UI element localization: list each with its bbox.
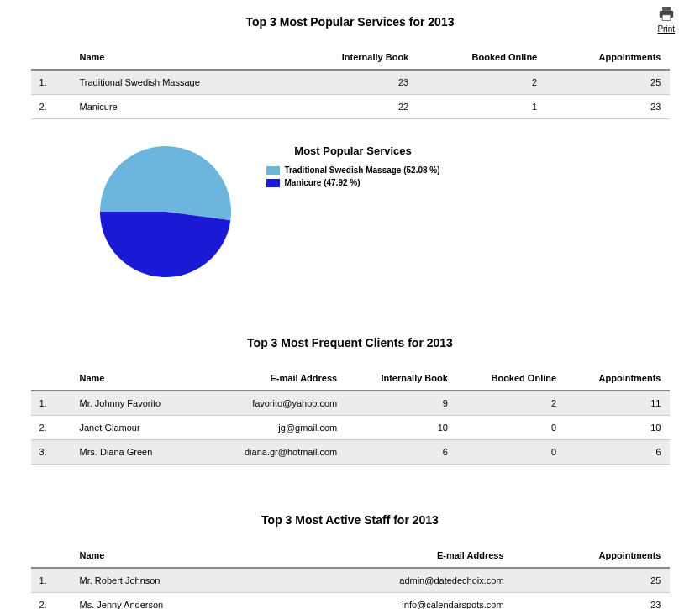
svg-rect-2 bbox=[662, 15, 671, 21]
col-online: Booked Online bbox=[456, 366, 565, 391]
col-internal: Internally Book bbox=[286, 45, 417, 70]
table-row: 1. Mr. Robert Johnson admin@datedechoix.… bbox=[31, 568, 670, 593]
print-label: Print bbox=[657, 24, 675, 34]
table-row: 1. Mr. Johnny Favorito favorito@yahoo.co… bbox=[31, 391, 670, 416]
svg-point-3 bbox=[671, 13, 672, 14]
col-internal: Internally Book bbox=[345, 366, 456, 391]
print-button[interactable]: Print bbox=[657, 7, 675, 35]
legend-swatch bbox=[266, 179, 280, 187]
table-row: 2. Ms. Jenny Anderson info@calendarspots… bbox=[31, 593, 670, 610]
services-title: Top 3 Most Popular Services for 2013 bbox=[0, 15, 700, 29]
legend-swatch bbox=[266, 166, 280, 175]
table-row: 3. Mrs. Diana Green diana.gr@hotmail.com… bbox=[31, 440, 670, 465]
col-online: Booked Online bbox=[417, 45, 545, 70]
col-name: Name bbox=[71, 543, 271, 568]
legend-item: Manicure (47.92 %) bbox=[266, 178, 440, 187]
printer-icon bbox=[658, 7, 675, 22]
services-table: Name Internally Book Booked Online Appoi… bbox=[31, 45, 670, 119]
col-name: Name bbox=[71, 366, 201, 391]
table-row: 2. Janet Glamour jg@gmail.com 10 0 10 bbox=[31, 416, 670, 440]
clients-title: Top 3 Most Frequent Clients for 2013 bbox=[0, 336, 700, 349]
table-row: 1. Traditional Swedish Massage 23 2 25 bbox=[31, 70, 670, 95]
legend-label: Manicure (47.92 %) bbox=[285, 178, 361, 187]
svg-rect-0 bbox=[662, 7, 671, 11]
legend-item: Traditional Swedish Massage (52.08 %) bbox=[266, 165, 440, 175]
col-email: E-mail Address bbox=[271, 543, 513, 568]
table-row: 2. Manicure 22 1 23 bbox=[31, 95, 670, 119]
staff-table: Name E-mail Address Appointments 1. Mr. … bbox=[31, 543, 670, 609]
col-email: E-mail Address bbox=[201, 366, 345, 391]
legend-label: Traditional Swedish Massage (52.08 %) bbox=[285, 165, 440, 175]
col-appts: Appointments bbox=[513, 543, 670, 568]
col-appts: Appointments bbox=[565, 366, 669, 391]
staff-title: Top 3 Most Active Staff for 2013 bbox=[0, 513, 700, 527]
services-pie-chart bbox=[98, 144, 233, 279]
col-appts: Appointments bbox=[545, 45, 669, 70]
clients-table: Name E-mail Address Internally Book Book… bbox=[31, 366, 670, 465]
chart-title: Most Popular Services bbox=[266, 144, 440, 157]
col-name: Name bbox=[71, 45, 287, 70]
